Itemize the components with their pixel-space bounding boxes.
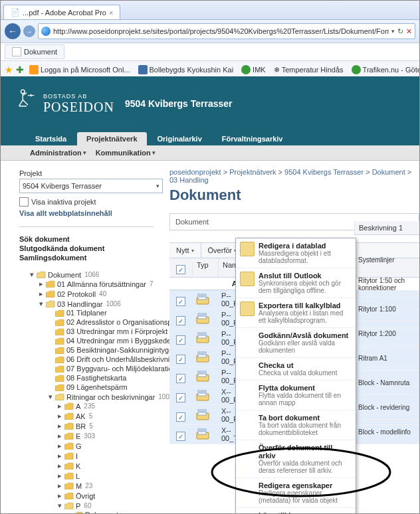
refresh-icon[interactable]: ↻ <box>397 27 403 36</box>
tree-node[interactable]: 07 Byggvaru- och Miljödeklarationer <box>47 364 154 373</box>
menu-item[interactable]: Flytta dokument Flytta valda dokument ti… <box>236 381 356 410</box>
bookmark-item[interactable]: Trafiken.nu - Göteborg -tr... <box>349 64 419 76</box>
nav-projektnatverk[interactable]: Projektnätverk <box>77 132 146 145</box>
back-button[interactable]: ← <box>5 23 21 39</box>
tree-node[interactable]: 06 Drift och Underhållsbeskrivningar <box>47 355 154 364</box>
toolbar-nytt[interactable]: Nytt▾ <box>169 243 201 258</box>
visa-inaktiva-checkbox[interactable]: Visa inaktiva projekt <box>19 197 154 207</box>
tree-node[interactable]: ▾03 Handlingar1006 <box>38 300 154 308</box>
file-type-icon <box>192 331 217 345</box>
favorites-icon[interactable]: ★ <box>5 64 13 75</box>
row-checkbox[interactable]: ✓ <box>176 355 185 364</box>
forward-button[interactable]: → <box>23 25 35 37</box>
row-checkbox[interactable]: ✓ <box>176 335 185 345</box>
tree-node[interactable]: 08 Fastighetskarta <box>47 373 154 383</box>
nav-forvaltningsarkiv[interactable]: Förvaltningsarkiv <box>213 132 292 145</box>
tree-node[interactable]: ▾Dokument1066 <box>29 270 154 279</box>
tree-node[interactable]: 03 Utredningar mm i Förprojekt1 <box>47 327 154 336</box>
bookmark-item[interactable]: ❄Temperatur Hindås <box>271 64 346 76</box>
menu-item[interactable]: Checka ut Checka ut valda dokument <box>236 358 356 381</box>
breadcrumb: poseidonprojekt > Projektnätverk > 9504 … <box>169 163 419 187</box>
tree-node[interactable]: ▾Ritningar och beskrivningar1000 <box>47 392 154 401</box>
projekt-select[interactable]: 9504 Kvibergs Terrasser ▾ <box>19 179 163 193</box>
tree-node[interactable]: ▸02 Protokoll40 <box>38 289 154 299</box>
bookmark-item[interactable]: Logga in på Microsoft Onl... <box>27 64 133 76</box>
row-checkbox[interactable]: ✓ <box>176 393 185 402</box>
bookmark-item[interactable]: IMK <box>239 64 268 76</box>
folder-tree: ▾Dokument1066▸01 Allmänna förutsättninga… <box>19 270 154 513</box>
menu-item[interactable]: Redigera i datablad Massredigera objekt … <box>236 238 356 268</box>
row-description: Block - Namnruta <box>354 371 419 395</box>
page-tab[interactable]: Dokument <box>5 44 64 59</box>
tree-node[interactable]: ▸01 Allmänna förutsättningar7 <box>38 279 154 289</box>
menu-item-title: Flytta dokument <box>259 384 350 392</box>
tab-close-icon[interactable]: × <box>109 9 113 17</box>
bookmark-icon <box>352 65 361 74</box>
projekt-label: Projekt <box>19 169 154 177</box>
ie-icon <box>41 27 51 36</box>
tree-node[interactable]: ▸Övrigt <box>56 491 154 501</box>
menu-item-title: Ta bort dokument <box>259 414 350 422</box>
row-description: Systemlinjer <box>354 248 419 272</box>
url-text: http://www.poseidonprojekt.se/sites/port… <box>53 27 389 35</box>
row-checkbox[interactable]: ✓ <box>176 374 185 383</box>
leftnav-sok[interactable]: Sök dokument <box>19 235 154 243</box>
file-type-icon <box>192 351 217 364</box>
menu-item[interactable]: Lägg till i dokumentkorgen Lägg till val… <box>236 508 356 514</box>
row-checkbox[interactable]: ✓ <box>176 316 185 325</box>
add-favorite-icon[interactable]: ✚ <box>16 64 24 75</box>
page-tab-title: Dokument <box>24 48 57 56</box>
subnav-kommunikation[interactable]: Kommunikation▾ <box>92 147 159 158</box>
menu-item[interactable]: Godkänn/Avslå dokument Godkänn eller avs… <box>236 328 356 358</box>
leftnav-samlingsdokument[interactable]: Samlingsdokument <box>19 254 154 262</box>
bookmark-item[interactable]: Bollebygds Kyokushin Kai <box>136 64 237 76</box>
tree-node[interactable]: ▸A235 <box>56 401 154 411</box>
tree-node[interactable]: 05 Besiktningar-Sakkunnigintyg-Syn <box>47 345 154 355</box>
menu-item-title: Redigera i datablad <box>259 242 350 250</box>
site-logo[interactable]: BOSTADS AB POSEIDON <box>14 86 114 121</box>
menu-item[interactable]: Ta bort dokument Ta bort valda dokument … <box>236 410 356 440</box>
tree-node[interactable]: 09 Lägenhetspärm <box>47 383 154 392</box>
tree-node[interactable]: ▸E303 <box>56 431 154 441</box>
col-beskrivning[interactable]: Beskrivning 1 <box>354 221 419 235</box>
bookmark-icon <box>241 65 251 74</box>
tree-node[interactable]: Dokument <box>66 510 154 513</box>
menu-item[interactable]: Överför dokument till arkiv Överför vald… <box>236 440 356 478</box>
tree-node[interactable]: ▸BR5 <box>56 421 154 431</box>
row-checkbox[interactable]: ✓ <box>176 297 185 306</box>
nav-originalarkiv[interactable]: Originalarkiv <box>148 132 211 145</box>
menu-item-subtitle: Flytta valda dokument till en annan mapp <box>259 392 350 406</box>
menu-item[interactable]: Exportera till kalkylblad Analysera obje… <box>236 298 356 328</box>
row-description: Ritram A1 <box>354 346 419 371</box>
menu-item[interactable]: Anslut till Outlook Synkronisera objekt … <box>236 268 356 298</box>
address-bar[interactable]: http://www.poseidonprojekt.se/sites/port… <box>38 23 415 39</box>
dropdown-icon[interactable]: ▾ <box>391 28 395 35</box>
row-checkbox[interactable]: ✓ <box>176 432 185 441</box>
file-type-icon <box>192 370 217 383</box>
visa-allt-link[interactable]: Visa allt webbplatsinnehåll <box>19 209 154 217</box>
tree-node[interactable]: ▸AK5 <box>56 411 154 421</box>
row-checkbox[interactable]: ✓ <box>176 412 185 422</box>
bookmark-icon: ❄ <box>274 66 280 74</box>
tree-node[interactable]: 02 Adresslistor o Organisationsplaner2 <box>47 317 154 327</box>
subnav-administration[interactable]: Administration▾ <box>26 147 90 158</box>
tree-node[interactable]: 04 Utredningar mm i Byggskede <box>47 336 154 345</box>
tree-node[interactable]: ▸G <box>56 441 154 451</box>
site-banner: BOSTADS AB POSEIDON 9504 Kvibergs Terras… <box>1 76 419 131</box>
tree-node[interactable]: ▸I <box>56 451 154 461</box>
menu-item-subtitle: Synkronisera objekt och gör dem tillgäng… <box>259 280 350 294</box>
menu-item[interactable]: Redigera egenskaper Redigera egenskaper … <box>236 478 356 508</box>
leftnav-slutgodkanda[interactable]: Slutgodkända dokument <box>19 244 154 252</box>
select-all-checkbox[interactable]: ✓ <box>176 265 185 274</box>
tree-node[interactable]: 01 Tidplaner <box>47 308 154 317</box>
projekt-value: 9504 Kvibergs Terrasser <box>23 182 102 190</box>
stop-icon[interactable]: ✕ <box>406 27 412 36</box>
browser-top-tab[interactable]: 📄 ...pdf - Adobe Acrobat Pro × <box>3 5 120 19</box>
col-typ[interactable]: Typ <box>193 258 219 277</box>
tree-node[interactable]: ▸L <box>56 471 154 481</box>
tree-node[interactable]: ▾P60 <box>56 501 154 510</box>
tree-node[interactable]: ▸M23 <box>56 481 154 491</box>
nav-startsida[interactable]: Startsida <box>26 132 76 145</box>
menu-item-title: Lägg till i dokumentkorgen <box>259 511 350 514</box>
tree-node[interactable]: ▸K <box>56 461 154 471</box>
